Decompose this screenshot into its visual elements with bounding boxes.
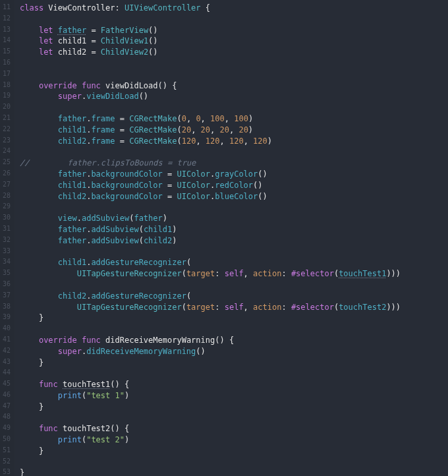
code-token: ()	[258, 169, 267, 179]
code-line[interactable]	[20, 412, 448, 423]
code-token: ,	[191, 125, 200, 134]
code-line[interactable]: class ViewController: UIViewController {	[20, 3, 448, 14]
code-line[interactable]: child2.backgroundColor = UIColor.blueCol…	[20, 191, 448, 202]
code-line[interactable]	[20, 102, 448, 113]
code-token: redColor	[215, 181, 253, 190]
code-token: class	[20, 3, 48, 13]
code-token	[20, 81, 39, 90]
code-token: override func	[39, 81, 105, 90]
code-line[interactable]	[20, 280, 448, 291]
code-token: child1	[58, 36, 86, 45]
code-token: frame	[91, 114, 115, 123]
code-line[interactable]	[20, 146, 448, 158]
code-token: ()	[148, 26, 157, 35]
code-token: father	[58, 26, 86, 35]
code-line[interactable]: father.frame = CGRectMake(0, 0, 100, 100…	[20, 113, 448, 125]
code-line[interactable]: super.didReceiveMemoryWarning()	[20, 346, 448, 357]
code-token: 20	[201, 125, 210, 134]
code-line[interactable]	[20, 247, 448, 258]
code-line[interactable]	[20, 69, 448, 80]
code-line[interactable]: func touchTest1() {	[20, 379, 448, 390]
code-line[interactable]: child2.frame = CGRectMake(120, 120, 120,…	[20, 136, 448, 147]
line-number: 36	[1, 280, 11, 291]
code-token: child1	[58, 258, 86, 267]
code-token: father	[134, 214, 162, 223]
line-number: 30	[1, 213, 11, 224]
code-token: (	[186, 291, 191, 301]
code-line[interactable]: father.addSubview(child2)	[20, 235, 448, 247]
code-line[interactable]: }	[20, 402, 448, 413]
code-line[interactable]: father.addSubview(child1)	[20, 224, 448, 235]
code-line[interactable]	[20, 58, 448, 69]
code-token: ,	[225, 114, 234, 123]
code-token: () {	[110, 424, 129, 433]
code-line[interactable]: father.backgroundColor = UIColor.grayCol…	[20, 169, 448, 180]
code-line[interactable]: print("test 2")	[20, 434, 448, 446]
code-line[interactable]: view.addSubview(father)	[20, 213, 448, 224]
code-token: CGRectMake	[129, 114, 177, 123]
code-line[interactable]: super.viewDidLoad()	[20, 91, 448, 102]
line-number: 35	[1, 268, 11, 280]
line-number: 51	[1, 446, 11, 457]
code-token: func	[39, 424, 63, 433]
code-line[interactable]	[20, 457, 448, 468]
code-line[interactable]: UITapGestureRecognizer(target: self, act…	[20, 268, 448, 280]
code-line[interactable]: override func viewDidLoad() {	[20, 80, 448, 92]
code-line[interactable]: child2.addGestureRecognizer(	[20, 291, 448, 302]
code-token: "test 1"	[86, 391, 125, 400]
code-token: ,	[201, 114, 210, 123]
code-line[interactable]: child1.addGestureRecognizer(	[20, 257, 448, 268]
code-token: #selector	[291, 269, 334, 278]
code-token	[20, 424, 39, 433]
code-token: UIColor	[177, 169, 210, 179]
code-token: UITapGestureRecognizer	[77, 269, 182, 278]
code-line[interactable]: func touchTest2() {	[20, 423, 448, 434]
code-token	[20, 402, 39, 411]
code-token: )	[172, 225, 177, 234]
code-token: ChildView2	[101, 47, 148, 57]
code-token	[20, 303, 77, 312]
code-line[interactable]: }	[20, 312, 448, 324]
code-token: let	[39, 47, 58, 57]
code-line[interactable]	[20, 368, 448, 379]
code-editor-content[interactable]: class ViewController: UIViewController {…	[14, 0, 448, 476]
code-line[interactable]: }	[20, 467, 448, 476]
code-token: ()	[258, 192, 267, 201]
code-token	[20, 169, 58, 179]
code-token: (	[177, 125, 181, 134]
code-token	[20, 92, 58, 101]
code-line[interactable]: }	[20, 446, 448, 457]
code-line[interactable]	[20, 202, 448, 213]
code-line[interactable]: child1.frame = CGRectMake(20, 20, 20, 20…	[20, 125, 448, 136]
line-number: 48	[1, 412, 11, 423]
code-token: father	[58, 169, 86, 179]
code-token: UIColor	[177, 192, 210, 201]
code-token: addSubview	[82, 214, 129, 223]
code-line[interactable]: }	[20, 357, 448, 369]
code-line[interactable]: print("test 1")	[20, 390, 448, 402]
line-number: 14	[1, 36, 11, 47]
code-token: )	[267, 136, 272, 146]
code-line[interactable]: let child1 = ChildView1()	[20, 36, 448, 47]
code-token	[20, 336, 39, 345]
code-line[interactable]: UITapGestureRecognizer(target: self, act…	[20, 302, 448, 313]
code-token: didReceiveMemoryWarning	[86, 347, 196, 356]
code-token: child2	[58, 291, 86, 301]
code-line[interactable]: // father.clipsToBounds = true	[20, 158, 448, 169]
code-token: ()	[253, 181, 262, 190]
line-number: 43	[1, 357, 11, 369]
code-token: (	[177, 136, 181, 146]
code-line[interactable]: override func didReceiveMemoryWarning() …	[20, 335, 448, 346]
line-number: 21	[1, 113, 11, 125]
code-line[interactable]: let father = FatherView()	[20, 25, 448, 36]
code-token: let	[39, 26, 58, 35]
code-token: father	[58, 114, 86, 123]
code-line[interactable]	[20, 14, 448, 25]
code-token	[20, 380, 39, 389]
code-token	[20, 36, 39, 45]
code-line[interactable]: let child2 = ChildView2()	[20, 47, 448, 58]
code-token: ,	[229, 125, 238, 134]
line-number: 50	[1, 434, 11, 446]
code-line[interactable]	[20, 324, 448, 335]
code-line[interactable]: child1.backgroundColor = UIColor.redColo…	[20, 180, 448, 191]
